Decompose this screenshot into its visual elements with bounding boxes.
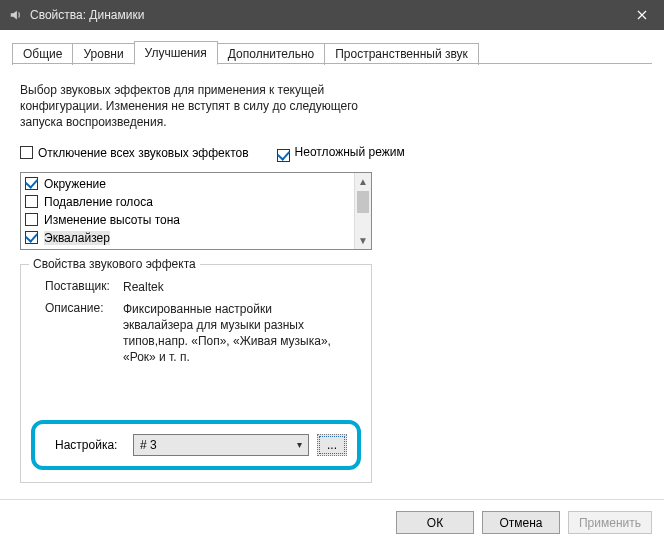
description-value: Фиксированные настройки эквалайзера для …	[123, 301, 343, 366]
checkbox-icon	[20, 146, 33, 159]
checkbox-icon[interactable]	[25, 177, 38, 190]
cancel-button[interactable]: Отмена	[482, 511, 560, 534]
tab-strip: Общие Уровни Улучшения Дополнительно Про…	[12, 40, 652, 64]
list-item[interactable]: Подавление голоса	[25, 193, 350, 211]
disable-all-effects-checkbox[interactable]: Отключение всех звуковых эффектов	[20, 146, 249, 160]
tab-enhancements[interactable]: Улучшения	[134, 41, 218, 65]
separator	[0, 499, 664, 500]
disable-all-effects-label: Отключение всех звуковых эффектов	[38, 146, 249, 160]
list-item[interactable]: Эквалайзер	[25, 229, 350, 247]
scroll-up-button[interactable]: ▲	[355, 173, 371, 190]
list-item[interactable]: Изменение высоты тона	[25, 211, 350, 229]
immediate-mode-label: Неотложный режим	[295, 145, 405, 159]
window-title: Свойства: Динамики	[30, 8, 619, 22]
setting-value: # 3	[140, 438, 157, 452]
scroll-down-button[interactable]: ▼	[355, 232, 371, 249]
effect-properties-group: Свойства звукового эффекта Поставщик: Re…	[20, 264, 372, 483]
tab-advanced[interactable]: Дополнительно	[217, 43, 325, 65]
apply-button: Применить	[568, 511, 652, 534]
setting-row-highlight: Настройка: # 3 ▾ ...	[31, 420, 361, 470]
title-bar: Свойства: Динамики	[0, 0, 664, 30]
ellipsis-label: ...	[327, 438, 337, 452]
checkbox-icon[interactable]	[25, 231, 38, 244]
vendor-label: Поставщик:	[45, 279, 123, 295]
setting-dropdown[interactable]: # 3 ▾	[133, 434, 309, 456]
setting-more-button[interactable]: ...	[317, 434, 347, 456]
tab-spatial-sound[interactable]: Пространственный звук	[324, 43, 479, 65]
scrollbar[interactable]: ▲ ▼	[354, 173, 371, 249]
checkbox-icon[interactable]	[25, 195, 38, 208]
list-item-label: Подавление голоса	[44, 195, 153, 209]
chevron-down-icon: ▾	[297, 439, 302, 450]
list-item-label: Эквалайзер	[44, 231, 110, 245]
close-button[interactable]	[619, 0, 664, 30]
list-item[interactable]: Окружение	[25, 175, 350, 193]
immediate-mode-checkbox[interactable]: Неотложный режим	[277, 145, 405, 162]
effects-listbox[interactable]: Окружение Подавление голоса Изменение вы…	[20, 172, 372, 250]
speaker-icon	[8, 7, 24, 23]
scroll-thumb[interactable]	[357, 191, 369, 213]
group-title: Свойства звукового эффекта	[29, 257, 200, 271]
tab-general[interactable]: Общие	[12, 43, 73, 65]
ok-button[interactable]: ОК	[396, 511, 474, 534]
tab-levels[interactable]: Уровни	[72, 43, 134, 65]
checkbox-icon[interactable]	[25, 213, 38, 226]
list-item-label: Окружение	[44, 177, 106, 191]
checkbox-icon	[277, 149, 290, 162]
setting-label: Настройка:	[45, 438, 125, 452]
vendor-value: Realtek	[123, 279, 343, 295]
description-label: Описание:	[45, 301, 123, 366]
intro-text: Выбор звуковых эффектов для применения к…	[20, 82, 390, 131]
list-item-label: Изменение высоты тона	[44, 213, 180, 227]
